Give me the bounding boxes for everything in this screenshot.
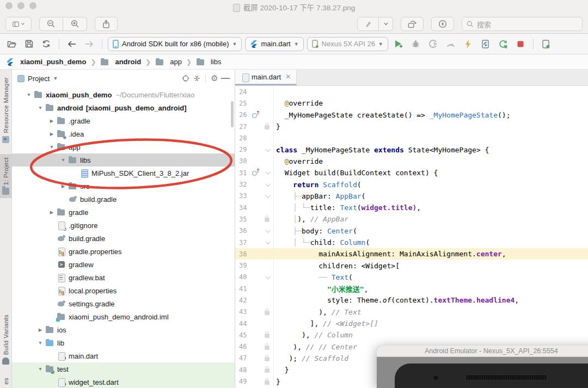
gutter-fold-slot	[260, 355, 273, 361]
expanded-arrow-icon[interactable]: ▼	[35, 366, 45, 372]
tree-row-gradle-properties[interactable]: gradle.properties	[12, 245, 235, 258]
device-selector[interactable]: Android SDK built for x86 (mobile) ▼	[108, 37, 242, 51]
expanded-arrow-icon[interactable]: ▼	[35, 105, 45, 110]
phone-speaker-grille	[465, 374, 548, 380]
gutter-marker-slot	[252, 170, 260, 176]
locate-file-button[interactable]	[182, 75, 189, 82]
collapse-all-button[interactable]	[193, 75, 200, 82]
breadcrumb-separator: ❯	[186, 58, 192, 66]
code-area[interactable]: 2425 @override26 _MyHomePageState create…	[235, 86, 588, 388]
breadcrumb-item-android[interactable]: ···android	[99, 58, 142, 66]
tree-row-lib[interactable]: ▼lib	[12, 336, 235, 349]
closing-brace-marker-icon	[265, 357, 270, 361]
tree-row-build-gradle[interactable]: build.gradle	[12, 193, 235, 206]
code-text: _MyHomePageState createState() => _MyHom…	[273, 111, 510, 119]
tree-row-android[interactable]: ▼android[xiaomi_push_demo_android]	[12, 101, 235, 114]
breadcrumb-item-app[interactable]: app	[154, 58, 183, 66]
overrides-method-icon[interactable]	[252, 112, 260, 118]
emulator-titlebar[interactable]: Android Emulator - Nexus_5X_API_26:5554	[377, 346, 588, 357]
tree-row-main-dart[interactable]: main.dart	[12, 349, 235, 362]
collapsed-arrow-icon[interactable]: ▶	[58, 183, 68, 189]
tree-row-test[interactable]: ▼test	[12, 362, 235, 375]
collapsed-arrow-icon[interactable]: ▶	[47, 210, 57, 215]
chevron-down-icon: ▼	[294, 41, 299, 47]
fold-chevron-icon[interactable]	[265, 239, 270, 244]
tree-row--gitignore[interactable]: ⊘.gitignore	[12, 219, 235, 232]
gauge-button[interactable]	[444, 38, 458, 51]
settings-gear-icon[interactable]: ⚙	[211, 75, 218, 82]
hide-panel-button[interactable]: —	[222, 75, 229, 82]
tab-main-dart[interactable]: main.dart ✕	[235, 70, 297, 85]
fold-chevron-icon[interactable]	[265, 227, 270, 233]
target-device-selector[interactable]: Nexus 5X API 26 ▼	[307, 37, 388, 51]
collapsed-arrow-icon[interactable]: ▶	[47, 131, 57, 137]
tree-row-app[interactable]: ▼app	[12, 140, 235, 153]
tree-row-settings-gradle[interactable]: settings.gradle	[12, 297, 235, 310]
chevron-down-icon[interactable]: ▼	[53, 76, 58, 81]
save-all-button[interactable]	[22, 38, 36, 51]
breadcrumb-item-libs[interactable]: libs	[195, 58, 223, 66]
back-button[interactable]	[65, 38, 79, 51]
view-menu-button[interactable]	[5, 17, 32, 31]
collapsed-arrow-icon[interactable]: ▶	[35, 327, 45, 332]
share-button[interactable]	[95, 17, 118, 31]
close-tab-icon[interactable]: ✕	[285, 73, 291, 81]
expanded-arrow-icon[interactable]: ▼	[24, 92, 34, 97]
markup-toolbar-button[interactable]	[431, 17, 454, 31]
tree-row-gradle[interactable]: ▶gradle	[12, 206, 235, 219]
expanded-arrow-icon[interactable]: ▼	[58, 157, 68, 163]
attach-debugger-button[interactable]	[479, 38, 493, 51]
tree-row-local-properties[interactable]: local.properties	[12, 284, 235, 297]
tool-strip-item-resource-manager[interactable]: Resource Manager	[0, 74, 12, 146]
fold-chevron-icon[interactable]	[265, 193, 270, 198]
tool-strip-item-es[interactable]: es	[0, 374, 12, 388]
tree-row-libs[interactable]: ▼libs	[12, 153, 235, 167]
emulator-window[interactable]: Android Emulator - Nexus_5X_API_26:5554	[377, 346, 588, 388]
hot-reload-button[interactable]	[461, 38, 475, 51]
profiler-icon	[429, 40, 438, 48]
collapsed-arrow-icon[interactable]: ▶	[47, 118, 57, 124]
gutter-fold-slot	[260, 344, 273, 350]
rotate-button[interactable]	[401, 17, 424, 31]
run-config-selector[interactable]: main.dart ▼	[245, 37, 303, 51]
stop-button[interactable]	[513, 38, 528, 51]
tool-strip-item-build-variants[interactable]: Build Variants	[0, 311, 12, 368]
pen-style-dropdown[interactable]	[379, 17, 393, 31]
tree-row-mipush-sdk-client-3-8-2-jar[interactable]: MiPush_SDK_Client_3_8_2.jar	[12, 167, 235, 180]
tree-row-gradlew[interactable]: gradlew	[12, 258, 235, 271]
forward-button[interactable]	[82, 38, 96, 51]
project-panel-title[interactable]: Project	[28, 75, 50, 83]
hot-restart-button[interactable]	[496, 38, 510, 51]
tree-row-src[interactable]: ▶src	[12, 180, 235, 193]
profile-button[interactable]	[426, 38, 440, 51]
fold-chevron-icon[interactable]	[265, 181, 270, 187]
breadcrumb-item-xiaomi_push_demo[interactable]: xiaomi_push_demo	[4, 58, 87, 66]
tool-strip-item-1-project[interactable]: 1: Project	[0, 154, 12, 199]
editor[interactable]: main.dart ✕ 2425 @override26 _MyHomePage…	[235, 70, 588, 388]
fold-chevron-icon[interactable]	[265, 274, 270, 279]
markup-pen-button[interactable]	[357, 17, 379, 31]
tree-row-widget-test-dart[interactable]: widget_test.dart	[12, 375, 235, 388]
tree-row-xiaomi-push-demo-android-iml[interactable]: xiaomi_push_demo_android.iml	[12, 310, 235, 323]
fold-chevron-icon[interactable]	[265, 169, 270, 175]
tree-row-build-gradle[interactable]: build.gradle	[12, 232, 235, 245]
tree-row--gradle[interactable]: ▶.gradle	[12, 114, 235, 127]
tree-row--idea[interactable]: ▶✳.idea	[12, 127, 235, 140]
sync-button[interactable]	[39, 38, 53, 51]
search-input[interactable]: 搜索	[462, 17, 583, 31]
expanded-arrow-icon[interactable]: ▼	[35, 340, 45, 346]
overrides-method-icon[interactable]	[252, 170, 260, 176]
tree-row-ios[interactable]: ▶···ios	[12, 323, 235, 336]
zoom-in-button[interactable]	[63, 17, 87, 31]
open-project-button[interactable]	[4, 38, 19, 51]
zoom-out-button[interactable]	[39, 17, 63, 31]
run-button[interactable]	[391, 38, 406, 51]
project-scrollbar-thumb[interactable]	[231, 101, 234, 127]
tree-row-gradlew-bat[interactable]: gradlew.bat	[12, 271, 235, 284]
debug-button[interactable]	[409, 38, 423, 51]
tree-row-xiaomi-push-demo[interactable]: ▼xiaomi_push_demo~/Documents/Flutter/xia…	[12, 88, 235, 101]
device-manager-button[interactable]	[539, 38, 553, 51]
tool-strip-label: 1: Project	[3, 157, 9, 186]
expanded-arrow-icon[interactable]: ▼	[47, 144, 57, 150]
fold-chevron-icon[interactable]	[265, 146, 270, 152]
